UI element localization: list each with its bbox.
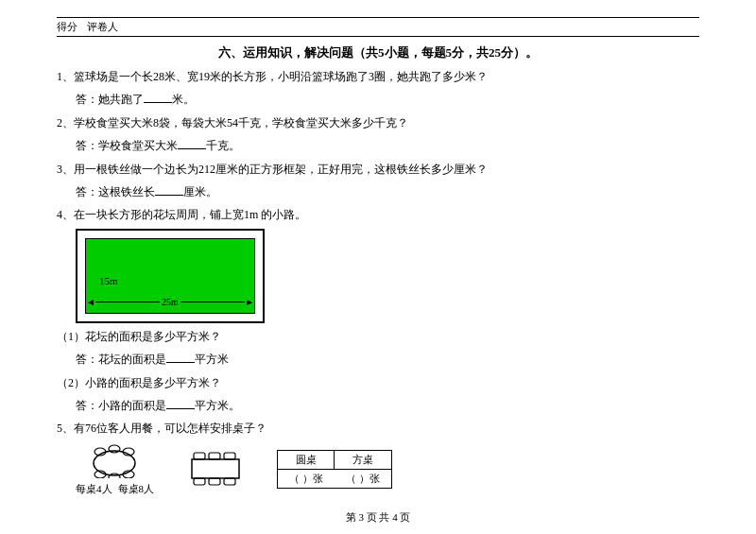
q1-answer: 答：她共跑了米。 xyxy=(76,90,699,109)
q4-sub1-answer: 答：花坛的面积是平方米 xyxy=(76,350,699,369)
reviewer-label: 评卷人 xyxy=(87,20,118,34)
q5-text: 5、有76位客人用餐，可以怎样安排桌子？ xyxy=(57,422,266,435)
round-table-label2: 每桌8人 xyxy=(118,482,155,496)
round-table-label1: 每桌4人 xyxy=(76,482,112,496)
question-3: 3、用一根铁丝做一个边长为212厘米的正方形框架，正好用完，这根铁丝长多少厘米？ xyxy=(57,160,699,179)
garden-dim-25: 25m xyxy=(160,297,180,307)
grid-header-rect: 方桌 xyxy=(335,451,391,470)
answer-grid: 圆桌 方桌 （ ）张 （ ）张 xyxy=(277,450,392,489)
question-4: 4、在一块长方形的花坛周周，铺上宽1m 的小路。 xyxy=(57,205,699,224)
garden-inner: 15m ◄ 25m ► xyxy=(85,238,255,314)
svg-rect-12 xyxy=(209,478,220,485)
svg-rect-11 xyxy=(194,478,205,485)
rect-table-container xyxy=(182,447,249,491)
garden-diagram: 15m ◄ 25m ► xyxy=(76,229,265,323)
svg-rect-9 xyxy=(209,453,220,459)
svg-point-2 xyxy=(109,445,120,453)
grid-body-round: （ ）张 xyxy=(278,470,335,488)
svg-rect-13 xyxy=(224,478,235,485)
question-1: 1、篮球场是一个长28米、宽19米的长方形，小明沿篮球场跑了3圈，她共跑了多少米… xyxy=(57,67,699,86)
q1-text: 1、篮球场是一个长28米、宽19米的长方形，小明沿篮球场跑了3圈，她共跑了多少米… xyxy=(57,70,488,83)
q4-sub1: （1）花坛的面积是多少平方米？ xyxy=(57,327,699,346)
page: 得分 评卷人 六、运用知识，解决问题（共5小题，每题5分，共25分）。 1、篮球… xyxy=(0,0,756,534)
grid-body-rect: （ ）张 xyxy=(335,470,391,488)
q3-answer: 答：这根铁丝长厘米。 xyxy=(76,182,699,201)
top-bar: 得分 评卷人 xyxy=(57,17,699,37)
q4-sub2-answer: 答：小路的面积是平方米。 xyxy=(76,396,699,415)
footer: 第 3 页 共 4 页 xyxy=(0,510,756,525)
svg-rect-8 xyxy=(194,453,205,459)
round-table-container: 每桌4人 每桌8人 xyxy=(76,442,154,496)
score-label: 得分 xyxy=(57,20,77,34)
garden-outer: 15m ◄ 25m ► xyxy=(76,229,265,323)
answer-grid-container: 圆桌 方桌 （ ）张 （ ）张 xyxy=(277,450,392,489)
top-bar-left: 得分 评卷人 xyxy=(57,20,118,34)
question-2: 2、学校食堂买大米8袋，每袋大米54千克，学校食堂买大米多少千克？ xyxy=(57,113,699,132)
rect-table-icon xyxy=(182,447,249,487)
svg-point-0 xyxy=(94,451,135,475)
svg-rect-7 xyxy=(192,459,239,478)
svg-rect-10 xyxy=(224,453,235,459)
footer-text: 第 3 页 共 4 页 xyxy=(346,511,411,523)
q3-text: 3、用一根铁丝做一个边长为212厘米的正方形框架，正好用完，这根铁丝长多少厘米？ xyxy=(57,163,488,176)
table-section: 每桌4人 每桌8人 xyxy=(76,442,699,496)
section-title: 六、运用知识，解决问题（共5小题，每题5分，共25分）。 xyxy=(57,44,699,61)
q4-sub2: （2）小路的面积是多少平方米？ xyxy=(57,373,699,392)
question-5: 5、有76位客人用餐，可以怎样安排桌子？ xyxy=(57,419,699,438)
q2-text: 2、学校食堂买大米8袋，每袋大米54千克，学校食堂买大米多少千克？ xyxy=(57,116,408,129)
round-table-icon xyxy=(89,442,141,478)
grid-header-round: 圆桌 xyxy=(278,451,335,470)
q4-text: 4、在一块长方形的花坛周周，铺上宽1m 的小路。 xyxy=(57,208,306,221)
q2-answer: 答：学校食堂买大米千克。 xyxy=(76,136,699,155)
garden-dim-15: 15m xyxy=(99,275,118,286)
